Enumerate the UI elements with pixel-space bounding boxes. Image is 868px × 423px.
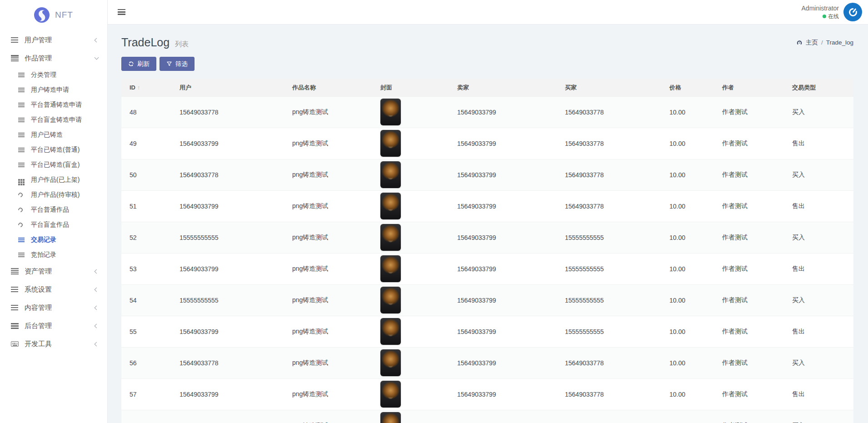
- table-row[interactable]: 5615649033778png铸造测试15649033799156490337…: [121, 347, 853, 378]
- table-row[interactable]: 5415555555555png铸造测试15649033799155555555…: [121, 284, 853, 316]
- cell-price: 10.00: [661, 128, 714, 159]
- refresh-label: 刷新: [137, 60, 150, 68]
- nft-artwork-thumbnail[interactable]: [380, 193, 401, 219]
- refresh-button[interactable]: 刷新: [121, 57, 156, 71]
- column-header-2[interactable]: 作品名称: [284, 79, 372, 96]
- user-menu[interactable]: Administrator 在线: [802, 3, 862, 21]
- nft-artwork-thumbnail[interactable]: [380, 381, 401, 408]
- column-header-1[interactable]: 用户: [171, 79, 284, 96]
- grid-icon: [18, 177, 31, 183]
- cell-seller: 15649033799: [449, 347, 557, 378]
- nft-artwork-thumbnail[interactable]: [380, 161, 401, 188]
- sidebar-item-category-management[interactable]: 分类管理: [0, 67, 107, 82]
- cell-work: png铸造测试: [284, 128, 372, 159]
- toolbar: 刷新 筛选: [121, 57, 868, 71]
- table-row[interactable]: 5215555555555png铸造测试15649033799155555555…: [121, 222, 853, 253]
- nft-artwork-thumbnail[interactable]: [380, 224, 401, 251]
- cell-cover: [372, 347, 449, 378]
- cell-author: 作者测试: [714, 316, 784, 347]
- hamburger-icon[interactable]: [118, 9, 125, 15]
- sidebar-item-user-works-pending[interactable]: 用户作品(待审核): [0, 187, 107, 202]
- column-header-5[interactable]: 买家: [557, 79, 661, 96]
- table-row[interactable]: 5515649033799png铸造测试15649033799155555555…: [121, 316, 853, 347]
- breadcrumb-current[interactable]: Trade_log: [826, 39, 853, 46]
- filter-button[interactable]: 筛选: [160, 57, 195, 71]
- table-row[interactable]: 4815649033778png铸造测试15649033799156490337…: [121, 96, 853, 128]
- sidebar-item-platform-blindbox-mint-apply[interactable]: 平台盲盒铸造申请: [0, 112, 107, 127]
- sidebar-item-dev-tools[interactable]: 开发工具: [0, 335, 107, 353]
- cell-user: 15649033799: [171, 316, 284, 347]
- bars-sm-icon: [18, 238, 31, 242]
- sidebar-item-platform-normal-works[interactable]: 平台普通作品: [0, 202, 107, 217]
- column-header-7[interactable]: 作者: [714, 79, 784, 96]
- avatar[interactable]: [843, 3, 862, 21]
- nft-artwork-thumbnail[interactable]: [380, 99, 401, 125]
- table-row[interactable]: 5115649033799png铸造测试15649033799156490337…: [121, 190, 853, 222]
- sidebar-item-label: 开发工具: [25, 340, 52, 348]
- nft-artwork-thumbnail[interactable]: [380, 318, 401, 345]
- brand[interactable]: NFT: [0, 0, 107, 30]
- chevron-left-icon: [95, 342, 99, 346]
- sidebar-item-platform-minted-blindbox[interactable]: 平台已铸造(盲盒): [0, 157, 107, 172]
- user-status: 在线: [802, 13, 839, 20]
- cell-type: 售出: [784, 378, 853, 410]
- cell-id: 53: [121, 253, 171, 284]
- cell-price: 10.00: [661, 316, 714, 347]
- sidebar-item-platform-blindbox-works[interactable]: 平台盲盒作品: [0, 217, 107, 232]
- sidebar-item-user-works-listed[interactable]: 用户作品(已上架): [0, 172, 107, 187]
- cell-type: 售出: [784, 253, 853, 284]
- cell-work: png铸造测试: [284, 222, 372, 253]
- cell-buyer: 15555555555: [557, 316, 661, 347]
- cell-type: 买入: [784, 347, 853, 378]
- sidebar-item-trade-log[interactable]: 交易记录: [0, 232, 107, 247]
- sidebar-item-works-management[interactable]: 作品管理: [0, 49, 107, 67]
- breadcrumb-home-link[interactable]: 主页: [806, 39, 818, 47]
- sidebar-item-user-mint-apply[interactable]: 用户铸造申请: [0, 82, 107, 97]
- bars-sm-icon: [18, 73, 31, 77]
- cell-cover: [372, 159, 449, 190]
- sidebar-item-asset-management[interactable]: 资产管理: [0, 262, 107, 280]
- cell-user: 15649033778: [171, 96, 284, 128]
- sidebar-item-content-management[interactable]: 内容管理: [0, 299, 107, 317]
- column-header-3[interactable]: 封面: [372, 79, 449, 96]
- sidebar-item-system-settings[interactable]: 系统设置: [0, 280, 107, 299]
- column-header-8[interactable]: 交易类型: [784, 79, 853, 96]
- bars-icon: [11, 37, 25, 43]
- cell-id: 49: [121, 128, 171, 159]
- sidebar-item-label: 平台盲盒作品: [31, 221, 69, 229]
- cell-user: 15649033799: [171, 378, 284, 410]
- cell-user: 15649033778: [171, 159, 284, 190]
- table-row[interactable]: 5015649033778png铸造测试15649033799156490337…: [121, 159, 853, 190]
- main-content: TradeLog 列表 主页 / Trade_log 刷新 筛: [108, 25, 868, 423]
- nft-artwork-thumbnail[interactable]: [380, 287, 401, 314]
- cell-seller: 15649033799: [449, 222, 557, 253]
- sidebar-item-platform-normal-mint-apply[interactable]: 平台普通铸造申请: [0, 97, 107, 112]
- sidebar-item-backend-management[interactable]: 后台管理: [0, 317, 107, 335]
- nft-artwork-thumbnail[interactable]: [380, 255, 401, 282]
- sidebar-item-label: 交易记录: [31, 236, 56, 244]
- sidebar-item-user-minted[interactable]: 用户已铸造: [0, 127, 107, 142]
- user-meta: Administrator 在线: [802, 4, 839, 20]
- nft-artwork-thumbnail[interactable]: [380, 412, 401, 423]
- spiral-icon: [18, 208, 31, 212]
- table-row[interactable]: 5715649033799png铸造测试15649033799156490337…: [121, 378, 853, 410]
- table-row[interactable]: 5315649033799png铸造测试15649033799155555555…: [121, 253, 853, 284]
- nft-artwork-thumbnail[interactable]: [380, 130, 401, 157]
- sidebar-item-platform-minted-normal[interactable]: 平台已铸造(普通): [0, 142, 107, 157]
- sidebar-item-label: 竞拍记录: [31, 251, 56, 259]
- column-header-6[interactable]: 价格: [661, 79, 714, 96]
- sidebar-item-label: 内容管理: [25, 304, 52, 312]
- sidebar-item-user-management[interactable]: 用户管理: [0, 31, 107, 49]
- column-header-4[interactable]: 卖家: [449, 79, 557, 96]
- table-row[interactable]: 5819139586133png铸造测试15649033778191395861…: [121, 410, 853, 423]
- nft-swirl-icon: [34, 7, 50, 23]
- chevron-left-icon: [95, 305, 99, 310]
- nft-artwork-thumbnail[interactable]: [380, 349, 401, 376]
- cell-work: png铸造测试: [284, 190, 372, 222]
- table-row[interactable]: 4915649033799png铸造测试15649033799156490337…: [121, 128, 853, 159]
- cell-cover: [372, 410, 449, 423]
- column-header-0[interactable]: ID↑: [121, 79, 171, 96]
- cell-author: 作者测试: [714, 410, 784, 423]
- dashboard-icon: [796, 40, 803, 46]
- sidebar-item-auction-log[interactable]: 竞拍记录: [0, 247, 107, 262]
